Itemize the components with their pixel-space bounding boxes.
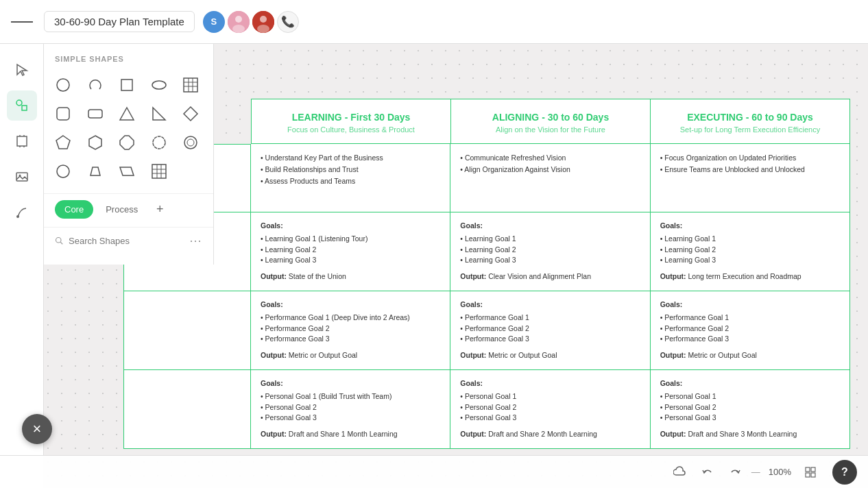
goals-1-cell-0[interactable]: Goals: • Learning Goal 1 (Listening Tour…	[251, 212, 450, 291]
toolbar-frame[interactable]	[7, 126, 37, 156]
goals-1-cell-2[interactable]: Goals: • Learning Goal 1• Learning Goal …	[651, 212, 850, 291]
goals-2-cell-0[interactable]: Goals: • Performance Goal 1 (Deep Dive i…	[251, 291, 450, 370]
shape-diamond[interactable]	[177, 100, 204, 127]
header: 30-60-90 Day Plan Template S 📞	[0, 0, 868, 44]
priorities-cells: • Understand Key Part of the Business• B…	[251, 144, 850, 212]
row-header-goals-3	[123, 370, 251, 449]
shape-hexagon[interactable]	[82, 129, 109, 156]
shape-ellipse[interactable]	[145, 71, 173, 99]
call-button[interactable]: 📞	[277, 11, 299, 33]
svg-point-35	[187, 139, 194, 146]
col-header-0: LEARNING - First 30 Days Focus on Cultur…	[251, 99, 451, 144]
shape-trapezoid[interactable]	[82, 158, 109, 185]
shape-circle-outline[interactable]	[177, 129, 204, 156]
svg-marker-6	[17, 64, 27, 75]
shape-rounded-square[interactable]	[49, 100, 77, 127]
row-priorities: Priorities • Understand Key Part of the …	[123, 144, 850, 212]
svg-point-34	[184, 136, 197, 149]
search-icon	[55, 235, 63, 246]
goals-1-cell-1[interactable]: Goals: • Learning Goal 1• Learning Goal …	[450, 212, 650, 291]
goals-1-cells: Goals: • Learning Goal 1 (Listening Tour…	[251, 212, 850, 291]
toolbar-cursor[interactable]	[7, 55, 37, 85]
shape-parallelogram[interactable]	[113, 158, 141, 185]
svg-point-7	[16, 100, 22, 106]
shape-octagon[interactable]	[113, 129, 141, 156]
shape-dodecagon[interactable]	[145, 129, 173, 156]
shape-rounded-rect[interactable]	[82, 100, 109, 127]
row-goals-3: Goals: • Personal Goal 1 (Build Trust wi…	[123, 370, 850, 449]
svg-marker-30	[56, 136, 70, 149]
goals-3-cell-0[interactable]: Goals: • Personal Goal 1 (Build Trust wi…	[251, 370, 450, 449]
svg-rect-48	[806, 473, 810, 477]
svg-marker-32	[120, 136, 134, 149]
goals-3-cell-1[interactable]: Goals: • Personal Goal 1• Personal Goal …	[450, 370, 650, 449]
svg-line-45	[60, 242, 62, 244]
row-header-goals-2	[123, 291, 251, 370]
zoom-level: 100%	[769, 467, 791, 477]
fab-close[interactable]: ×	[22, 414, 52, 444]
avatar-r[interactable]	[252, 11, 274, 33]
avatar-a[interactable]	[228, 11, 250, 33]
svg-marker-29	[184, 107, 197, 121]
cloud-icon[interactable]	[669, 461, 691, 483]
svg-point-19	[152, 81, 166, 89]
goals-2-cell-2[interactable]: Goals: • Performance Goal 1• Performance…	[651, 291, 850, 370]
svg-point-17	[57, 79, 69, 91]
help-button[interactable]: ?	[832, 460, 857, 485]
priorities-cell-1[interactable]: • Communicate Refreshed Vision• Align Or…	[450, 144, 650, 212]
avatar-s[interactable]: S	[203, 11, 225, 33]
redo-button[interactable]	[724, 461, 746, 483]
goals-3-cell-2[interactable]: Goals: • Personal Goal 1• Personal Goal …	[651, 370, 850, 449]
svg-marker-28	[153, 108, 165, 120]
shape-pentagon[interactable]	[49, 129, 77, 156]
svg-point-36	[57, 165, 69, 178]
col-subtitle-0: Focus on Culture, Business & Product	[263, 125, 439, 134]
shapes-search-bar: ⋯	[44, 227, 213, 254]
col-header-1: ALIGNING - 30 to 60 Days Align on the Vi…	[451, 99, 651, 144]
svg-marker-38	[120, 167, 134, 175]
shape-grid[interactable]	[145, 158, 173, 185]
svg-rect-14	[16, 173, 27, 181]
svg-rect-9	[17, 136, 27, 146]
undo-button[interactable]	[697, 461, 719, 483]
toolbar-shapes[interactable]	[7, 90, 37, 121]
document-title[interactable]: 30-60-90 Day Plan Template	[44, 11, 195, 32]
svg-rect-20	[184, 78, 197, 92]
priorities-cell-0[interactable]: • Understand Key Part of the Business• B…	[251, 144, 450, 212]
priorities-cell-2[interactable]: • Focus Organization on Updated Prioriti…	[651, 144, 850, 212]
shape-empty	[177, 158, 204, 185]
goals-2-cell-1[interactable]: Goals: • Performance Goal 1• Performance…	[450, 291, 650, 370]
col-title-2: EXECUTING - 60 to 90 Days	[662, 112, 839, 123]
toolbar-image[interactable]	[7, 162, 37, 192]
svg-point-5	[257, 25, 269, 33]
svg-rect-49	[811, 473, 815, 477]
shape-square[interactable]	[113, 71, 141, 99]
shape-triangle[interactable]	[113, 100, 141, 127]
svg-point-2	[232, 25, 245, 33]
tab-process[interactable]: Process	[96, 200, 147, 219]
svg-rect-25	[57, 108, 69, 120]
grid-toggle[interactable]	[799, 461, 821, 483]
zoom-separator: —	[751, 467, 760, 477]
svg-rect-47	[811, 467, 815, 472]
svg-marker-37	[91, 167, 100, 175]
search-options-button[interactable]: ⋯	[189, 233, 202, 248]
svg-rect-39	[152, 164, 166, 178]
svg-marker-27	[120, 108, 134, 120]
shape-right-triangle[interactable]	[145, 100, 173, 127]
svg-marker-31	[89, 136, 101, 149]
col-title-1: ALIGNING - 30 to 60 Days	[462, 112, 639, 123]
tab-core[interactable]: Core	[55, 200, 93, 219]
goals-3-cells: Goals: • Personal Goal 1 (Build Trust wi…	[251, 370, 850, 449]
add-tab-button[interactable]: +	[150, 199, 169, 219]
shape-tabs: Core Process +	[44, 193, 213, 224]
shape-arc[interactable]	[82, 71, 109, 99]
svg-point-16	[16, 215, 19, 218]
shape-circle[interactable]	[49, 71, 77, 99]
shape-table[interactable]	[177, 71, 204, 99]
menu-button[interactable]	[11, 11, 33, 33]
goals-2-cells: Goals: • Performance Goal 1 (Deep Dive i…	[251, 291, 850, 370]
search-shapes-input[interactable]	[69, 236, 184, 246]
shape-circle-sm[interactable]	[49, 158, 77, 185]
toolbar-draw[interactable]	[7, 197, 37, 228]
